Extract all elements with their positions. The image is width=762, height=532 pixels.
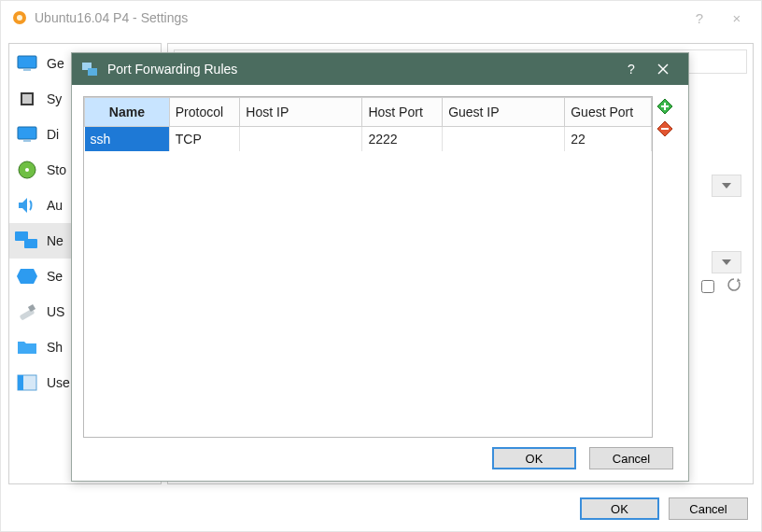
refresh-icon[interactable] (725, 275, 743, 294)
dialog-close-button[interactable] (647, 53, 679, 85)
svg-marker-18 (722, 259, 731, 265)
col-guest-ip[interactable]: Guest IP (443, 98, 565, 127)
advanced-checkbox[interactable] (701, 280, 714, 293)
monitor-icon (15, 51, 39, 76)
svg-rect-16 (18, 375, 23, 390)
svg-marker-19 (737, 278, 741, 282)
svg-point-9 (25, 168, 29, 172)
svg-rect-6 (18, 127, 36, 139)
svg-marker-17 (722, 183, 731, 189)
serial-icon (15, 264, 39, 288)
svg-rect-7 (23, 140, 31, 142)
dialog-content: Name Protocol Host IP Host Port Guest IP… (83, 96, 677, 438)
col-host-ip[interactable]: Host IP (240, 98, 362, 127)
svg-rect-3 (23, 69, 31, 71)
sidebar-label-network: Ne (47, 233, 64, 248)
col-name[interactable]: Name (85, 98, 170, 127)
display-icon (15, 122, 39, 147)
cell-host-port[interactable]: 2222 (362, 127, 443, 152)
svg-rect-28 (661, 128, 669, 130)
dialog-footer: OK Cancel (492, 447, 673, 469)
dialog-cancel-button[interactable]: Cancel (589, 447, 673, 469)
rules-table: Name Protocol Host IP Host Port Guest IP… (84, 97, 652, 151)
svg-rect-11 (24, 239, 37, 248)
remove-rule-button[interactable] (656, 120, 673, 137)
usb-icon (15, 300, 39, 324)
sidebar-label-shared: Sh (47, 340, 63, 355)
cell-guest-port[interactable]: 22 (565, 127, 652, 152)
sidebar-label-system: Sy (47, 91, 62, 106)
sidebar-label-audio: Au (47, 198, 63, 213)
interface-icon (15, 371, 39, 395)
svg-rect-5 (22, 94, 32, 104)
settings-help-button[interactable]: ? (681, 5, 718, 31)
network-icon (15, 229, 39, 253)
audio-icon (15, 193, 39, 217)
cell-name[interactable]: ssh (85, 127, 170, 152)
settings-cancel-button[interactable]: Cancel (669, 497, 748, 520)
dialog-help-button[interactable]: ? (615, 53, 647, 85)
sidebar-label-interface: Use (47, 375, 70, 390)
settings-footer: OK Cancel (580, 497, 748, 520)
sidebar-label-display: Di (47, 127, 59, 142)
dropdown-2[interactable] (712, 251, 741, 273)
cell-guest-ip[interactable] (443, 127, 565, 152)
svg-rect-26 (661, 105, 669, 107)
sidebar-label-storage: Sto (47, 162, 66, 177)
port-forwarding-dialog: Port Forwarding Rules ? Name Protocol Ho… (71, 52, 689, 482)
svg-point-1 (17, 15, 22, 21)
sidebar-label-general: Ge (47, 56, 64, 71)
add-rule-button[interactable] (656, 98, 673, 115)
rules-header-row: Name Protocol Host IP Host Port Guest IP… (85, 98, 652, 127)
folder-icon (15, 335, 39, 359)
svg-marker-12 (17, 269, 37, 284)
col-protocol[interactable]: Protocol (169, 98, 240, 127)
settings-titlebar: Ubuntu16.04 P4 - Settings ? × (1, 1, 761, 35)
storage-icon (15, 158, 39, 182)
rules-side-toolbar (653, 96, 677, 438)
dropdown-1[interactable] (712, 175, 741, 197)
rules-table-container: Name Protocol Host IP Host Port Guest IP… (83, 96, 653, 438)
virtualbox-icon (12, 10, 27, 25)
svg-rect-21 (88, 68, 97, 76)
col-host-port[interactable]: Host Port (362, 98, 443, 127)
cell-host-ip[interactable] (240, 127, 362, 152)
table-row[interactable]: ssh TCP 2222 22 (85, 127, 652, 152)
settings-ok-button[interactable]: OK (580, 497, 659, 520)
svg-rect-2 (18, 56, 36, 68)
cell-protocol[interactable]: TCP (169, 127, 240, 152)
sidebar-label-usb: US (47, 304, 64, 319)
col-guest-port[interactable]: Guest Port (565, 98, 652, 127)
network-card-icon (81, 61, 98, 77)
sidebar-label-serial: Se (47, 269, 63, 284)
settings-title: Ubuntu16.04 P4 - Settings (35, 10, 681, 25)
dialog-title: Port Forwarding Rules (107, 62, 615, 77)
dialog-ok-button[interactable]: OK (492, 447, 576, 469)
settings-close-button[interactable]: × (718, 5, 755, 31)
dialog-titlebar: Port Forwarding Rules ? (72, 53, 688, 85)
chip-icon (15, 87, 39, 111)
